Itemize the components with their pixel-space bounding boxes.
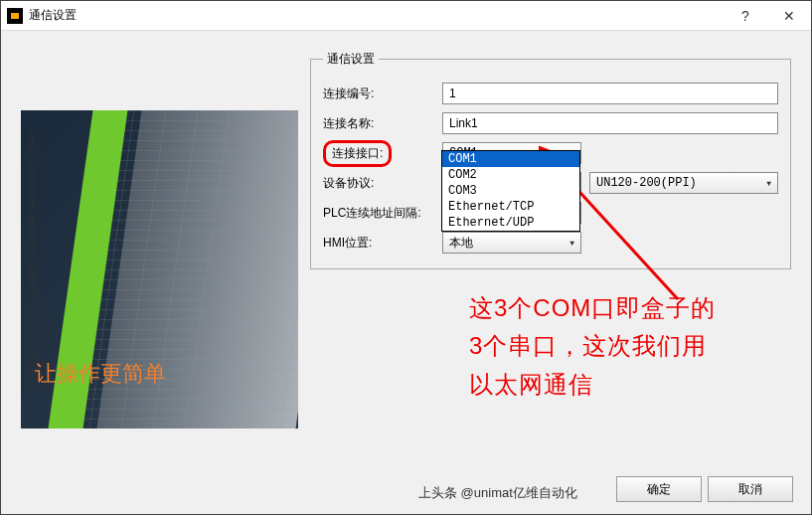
close-button[interactable]: ✕ [767, 1, 811, 30]
hmi-pos-value: 本地 [449, 235, 473, 252]
titlebar: 通信设置 ? ✕ [1, 1, 811, 31]
cancel-button[interactable]: 取消 [708, 476, 793, 502]
dev-proto-label: 设备协议: [323, 175, 442, 192]
annotation-text: 这3个COM口即盒子的3个串口，这次我们用以太网通信 [469, 289, 728, 404]
footer-buttons: 确定 取消 [616, 476, 793, 502]
app-icon [7, 8, 23, 24]
ok-button[interactable]: 确定 [616, 476, 702, 502]
conn-iface-dropdown-list[interactable]: COM1 COM2 COM3 Ethernet/TCP Ethernet/UDP [441, 150, 580, 232]
dropdown-item-com2[interactable]: COM2 [442, 167, 579, 183]
highlight-annotation: 连接接口: [323, 140, 392, 167]
dev-proto-select-right[interactable]: UN120-200(PPI) ▼ [589, 172, 778, 194]
watermark-text: 上头条 @unimat亿维自动化 [418, 484, 577, 502]
help-button[interactable]: ? [724, 1, 767, 30]
dialog-window: 通信设置 ? ✕ + FRIENDS & FAMILY SHARED CALEN… [0, 0, 812, 515]
chevron-down-icon: ▼ [766, 179, 771, 188]
dropdown-item-com3[interactable]: COM3 [442, 183, 579, 199]
conn-iface-label: 连接接口: [323, 140, 442, 167]
image-caption: 让操作更简单 [35, 359, 166, 389]
dropdown-item-eth-tcp[interactable]: Ethernet/TCP [442, 199, 579, 215]
fieldset-legend: 通信设置 [323, 51, 379, 68]
dev-proto-right-value: UN120-200(PPI) [596, 176, 697, 190]
chevron-down-icon: ▼ [569, 239, 574, 248]
window-title: 通信设置 [29, 7, 724, 24]
conn-no-input[interactable] [442, 83, 778, 104]
content-area: + FRIENDS & FAMILY SHARED CALENDAR SHANN… [1, 31, 811, 464]
dropdown-item-com1[interactable]: COM1 [442, 151, 579, 167]
preview-image: + FRIENDS & FAMILY SHARED CALENDAR SHANN… [21, 110, 298, 429]
conn-name-input[interactable] [442, 112, 778, 134]
hmi-pos-select[interactable]: 本地 ▼ [442, 232, 581, 254]
dropdown-item-eth-udp[interactable]: Ethernet/UDP [442, 215, 579, 231]
hmi-pos-label: HMI位置: [323, 235, 442, 252]
conn-no-label: 连接编号: [323, 86, 442, 102]
plc-interval-label: PLC连续地址间隔: [323, 205, 442, 222]
window-controls: ? ✕ [724, 1, 811, 30]
form-area: 通信设置 连接编号: 连接名称: 连接接口: COM1 ▼ [310, 51, 791, 454]
conn-name-label: 连接名称: [323, 115, 442, 132]
image-side-text: + FRIENDS & FAMILY SHARED CALENDAR SHANN… [29, 130, 36, 387]
